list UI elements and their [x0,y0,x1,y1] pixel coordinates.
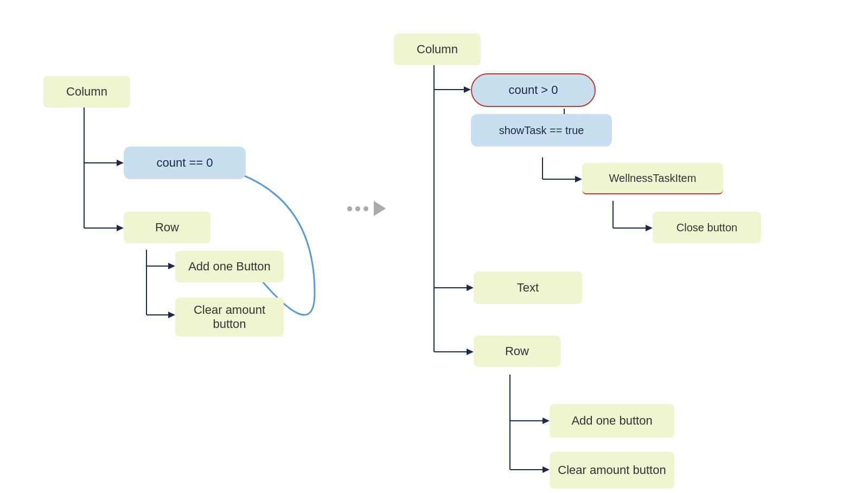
left-column-node: Column [43,76,130,108]
right-text-node: Text [474,271,582,304]
svg-marker-25 [646,225,653,231]
right-count-gt-0-node: count > 0 [471,73,596,107]
diagram-lines [0,0,868,493]
left-row-node: Row [124,212,210,243]
right-show-task-node: showTask == true [471,114,612,147]
left-count-eq-0-node: count == 0 [124,147,246,179]
right-clear-amount-node: Clear amount button [550,452,674,489]
right-wellness-task-node: WellnessTaskItem [582,163,723,194]
svg-marker-15 [464,86,471,93]
svg-marker-2 [117,160,124,166]
svg-marker-22 [575,176,582,182]
transition-dots [347,201,386,216]
svg-marker-36 [542,466,550,473]
diagram-container: Column count == 0 Row Add one Button Cle… [0,0,868,493]
svg-marker-5 [117,225,124,231]
right-column-node: Column [394,34,481,65]
right-row-node: Row [474,336,560,367]
left-clear-amount-node: Clear amount button [175,298,284,337]
svg-marker-30 [467,349,474,355]
right-close-button-node: Close button [653,212,761,243]
svg-marker-8 [168,263,175,269]
left-add-one-node: Add one Button [175,251,284,282]
svg-marker-27 [467,285,474,291]
right-add-one-node: Add one button [550,404,674,438]
svg-marker-33 [542,418,550,424]
svg-marker-11 [168,312,175,318]
